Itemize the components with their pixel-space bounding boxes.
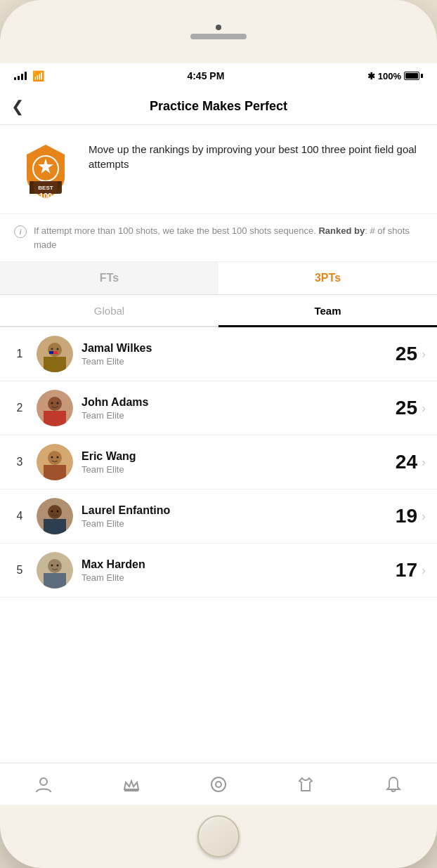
svg-point-21 [48, 451, 62, 465]
player-team: Team Elite [81, 356, 387, 367]
avatar [37, 498, 73, 534]
svg-point-12 [57, 348, 59, 350]
svg-point-19 [57, 402, 59, 405]
svg-rect-13 [49, 351, 53, 354]
main-content: BEST 100 Move up the rankings by improvi… [0, 125, 437, 763]
home-button[interactable] [197, 815, 240, 857]
player-name: Jamal Wilkes [81, 342, 387, 355]
svg-text:100: 100 [39, 192, 52, 200]
bottom-tab-profile[interactable] [26, 770, 61, 798]
svg-point-34 [57, 565, 59, 567]
back-button[interactable]: ❮ [11, 98, 24, 116]
svg-point-28 [51, 511, 53, 513]
player-avatar-3 [37, 444, 73, 480]
table-row[interactable]: 4 Laurel Enfantino Team Eli [0, 489, 437, 544]
battery-icon [404, 72, 423, 80]
chevron-right-icon: › [422, 509, 426, 524]
bottom-tab-rankings[interactable] [114, 770, 149, 798]
info-text-plain: If attempt more than 100 shots, we take … [34, 225, 318, 236]
tab-selector: FTs 3PTs [0, 262, 437, 295]
tab-fts[interactable]: FTs [0, 262, 218, 294]
player-info: Laurel Enfantino Team Elite [81, 504, 387, 529]
table-row[interactable]: 2 John Adams Team Elite [0, 381, 437, 435]
score-value: 17 [396, 559, 417, 581]
bottom-tab-bar [0, 763, 437, 805]
battery-percent: 100% [378, 71, 401, 81]
top-bezel [0, 0, 437, 63]
status-time: 4:45 PM [187, 70, 224, 81]
badge-svg: BEST 100 [14, 139, 77, 202]
player-name: Laurel Enfantino [81, 504, 387, 517]
sub-tabs: Global Team [0, 295, 437, 327]
svg-rect-10 [44, 357, 66, 372]
earpiece [190, 34, 247, 39]
avatar [37, 552, 73, 588]
table-row[interactable]: 5 Max Harden Team Elite [0, 544, 437, 598]
score-area: 24 › [396, 451, 426, 473]
phone-frame: 📶 4:45 PM ✱ 100% ❮ Practice Makes Perfec… [0, 0, 437, 868]
svg-point-24 [57, 456, 59, 459]
player-name: Eric Wang [81, 450, 387, 463]
bell-icon [384, 775, 403, 794]
front-camera [216, 25, 221, 30]
hero-text: Move up the rankings by improving your b… [89, 139, 423, 171]
svg-rect-17 [44, 411, 66, 426]
score-value: 25 [396, 397, 417, 419]
screen: 📶 4:45 PM ✱ 100% ❮ Practice Makes Perfec… [0, 63, 437, 805]
avatar [37, 336, 73, 372]
svg-rect-14 [53, 351, 58, 354]
info-section: i If attempt more than 100 shots, we tak… [0, 214, 437, 262]
svg-point-33 [51, 565, 53, 567]
avatar [37, 390, 73, 426]
svg-rect-27 [44, 519, 66, 534]
crown-icon [122, 775, 141, 794]
rank-number: 1 [11, 348, 28, 360]
wifi-icon: 📶 [32, 70, 44, 81]
svg-rect-22 [44, 465, 66, 480]
signal-icon [14, 72, 27, 80]
player-name: John Adams [81, 396, 387, 409]
leaderboard-list: 1 [0, 327, 437, 598]
player-info: Max Harden Team Elite [81, 558, 387, 583]
hero-description: Move up the rankings by improving your b… [89, 142, 423, 171]
chevron-right-icon: › [422, 455, 426, 470]
sub-tab-team[interactable]: Team [218, 295, 437, 326]
rank-number: 5 [11, 564, 28, 577]
sub-tab-global[interactable]: Global [0, 295, 218, 326]
svg-point-18 [51, 402, 53, 405]
rank-number: 4 [11, 510, 28, 522]
score-area: 25 › [396, 343, 426, 365]
svg-marker-3 [30, 181, 34, 194]
tab-3pts[interactable]: 3PTs [218, 262, 437, 294]
rank-number: 2 [11, 402, 28, 414]
score-area: 17 › [396, 559, 426, 581]
player-team: Team Elite [81, 518, 387, 529]
bluetooth-icon: ✱ [367, 71, 375, 81]
player-team: Team Elite [81, 572, 387, 583]
avatar [37, 444, 73, 480]
bottom-tab-notifications[interactable] [376, 770, 411, 798]
svg-point-26 [48, 505, 62, 519]
rank-number: 3 [11, 456, 28, 468]
player-avatar-1 [37, 336, 73, 372]
svg-point-31 [48, 559, 62, 573]
chevron-right-icon: › [422, 401, 426, 416]
person-icon [34, 775, 53, 794]
info-icon: i [14, 225, 27, 238]
shirt-icon [296, 775, 315, 794]
bottom-tab-team[interactable] [288, 770, 323, 798]
table-row[interactable]: 3 Eric Wang Team Elite [0, 435, 437, 489]
player-info: Jamal Wilkes Team Elite [81, 342, 387, 367]
table-row[interactable]: 1 [0, 327, 437, 381]
player-avatar-4 [37, 498, 73, 534]
player-info: John Adams Team Elite [81, 396, 387, 421]
nav-header: ❮ Practice Makes Perfect [0, 88, 437, 125]
score-value: 19 [396, 505, 417, 527]
status-left: 📶 [14, 70, 44, 81]
svg-point-8 [48, 343, 62, 357]
info-text: If attempt more than 100 shots, we take … [34, 224, 423, 251]
badge-container: BEST 100 [14, 139, 77, 202]
bottom-tab-shoot[interactable] [201, 770, 236, 798]
svg-point-16 [48, 397, 62, 411]
svg-point-35 [40, 778, 47, 785]
